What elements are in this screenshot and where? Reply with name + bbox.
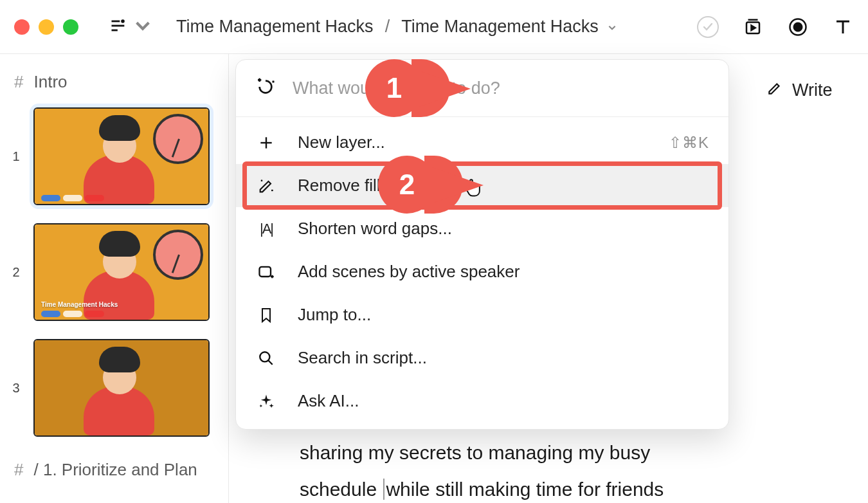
palette-item-jump-to[interactable]: Jump to... [236,293,728,336]
svg-point-7 [794,23,802,31]
write-button[interactable]: Write [763,80,868,101]
scene-row[interactable]: 2 Time Management Hacks [9,223,222,321]
word-gap-icon: |A| [255,221,277,237]
breadcrumb-project[interactable]: Time Management Hacks [176,17,374,37]
sparkle-icon [255,392,277,410]
plus-icon [255,134,277,151]
thumbnail-title: Time Management Hacks [41,301,118,308]
palette-search-input[interactable] [293,78,709,98]
svg-point-3 [122,20,124,22]
editor-area: 1 2 [229,54,763,503]
chevron-down-icon [134,17,152,37]
section-heading-prioritize[interactable]: # / 1. Prioritize and Plan [14,460,217,480]
cursor-hand-icon [464,177,483,202]
right-rail: Write [763,54,868,503]
scene-number: 3 [9,381,23,396]
section-title: Intro [33,72,67,92]
scene-thumbnail[interactable] [33,339,210,437]
maximize-window-button[interactable] [63,19,78,35]
breadcrumb-separator: / [385,17,390,37]
topbar-actions [697,16,854,38]
palette-item-ask-ai[interactable]: Ask AI... [236,380,728,423]
scene-row[interactable]: 1 [9,107,222,205]
scene-list: 1 2 Time [9,107,222,437]
section-hash: # [14,460,23,480]
section-heading-intro[interactable]: # Intro [14,72,217,92]
palette-item-label: Shorten word gaps... [298,219,452,239]
palette-item-label: Add scenes by active speaker [298,262,520,282]
close-window-button[interactable] [14,19,30,35]
add-scene-icon [255,263,277,281]
command-palette: New layer... ⇧⌘K Remove filler words... [235,59,729,430]
breadcrumb-document[interactable]: Time Management Hacks [401,17,599,37]
palette-item-label: New layer... [298,133,385,152]
magic-edit-icon [255,177,277,195]
section-hash: # [14,72,23,92]
palette-item-new-layer[interactable]: New layer... ⇧⌘K [236,121,728,164]
scene-thumbnail[interactable] [33,107,210,205]
section-title: / 1. Prioritize and Plan [33,460,197,480]
minimize-window-button[interactable] [39,19,54,35]
chevron-down-icon[interactable] [608,17,617,37]
text-tool-button[interactable] [832,16,854,38]
palette-item-shorten-gaps[interactable]: |A| Shorten word gaps... [236,207,728,250]
palette-item-remove-filler[interactable]: Remove filler words... [236,164,728,207]
svg-point-23 [260,352,269,361]
scene-thumbnail[interactable]: Time Management Hacks [33,223,210,321]
palette-item-label: Search in script... [298,348,427,368]
window-controls [14,19,78,35]
palette-item-add-scenes[interactable]: Add scenes by active speaker [236,250,728,293]
scene-row[interactable]: 3 [9,339,222,437]
record-button[interactable] [787,16,809,38]
scene-sidebar: # Intro 1 2 [0,54,229,503]
search-icon [255,350,277,367]
scene-number: 1 [9,149,23,164]
write-label: Write [792,80,833,100]
palette-item-search-script[interactable]: Search in script... [236,336,728,380]
pencil-icon [766,80,783,101]
palette-search-row [236,60,728,116]
svg-line-24 [268,360,273,365]
topbar: Time Management Hacks / Time Management … [0,0,868,54]
media-library-button[interactable] [742,16,764,38]
scene-number: 2 [9,265,23,280]
keyboard-shortcut: ⇧⌘K [669,134,709,152]
palette-item-label: Ask AI... [298,391,359,411]
app-switcher[interactable] [109,17,152,37]
breadcrumb: Time Management Hacks / Time Management … [176,17,617,37]
palette-item-label: Jump to... [298,305,371,325]
command-palette-icon [255,77,276,100]
bookmark-icon [255,307,277,324]
palette-item-label: Remove filler words... [298,176,458,196]
app-logo-icon [109,17,127,37]
svg-rect-20 [260,266,271,276]
sync-status-icon[interactable] [697,16,719,38]
